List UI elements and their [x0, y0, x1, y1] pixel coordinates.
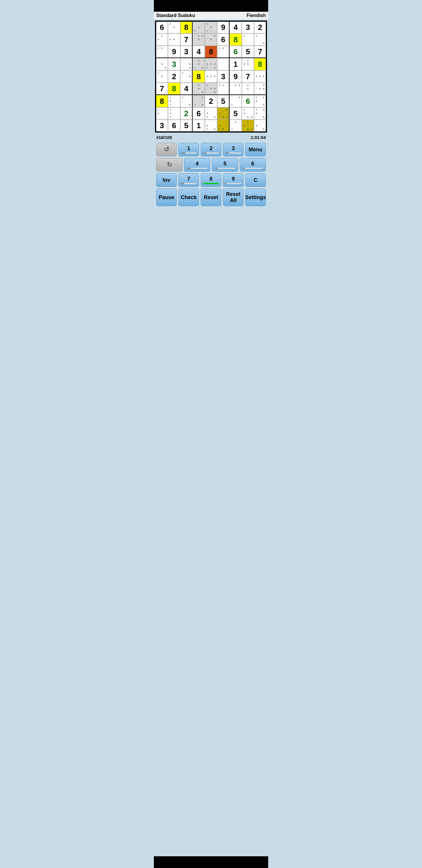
cell-3-7[interactable]: 245: [242, 58, 254, 70]
cell-1-1[interactable]: 45: [168, 33, 180, 46]
cell-5-3[interactable]: 259: [193, 83, 205, 95]
cell-7-2[interactable]: 2: [180, 107, 193, 120]
cell-6-8[interactable]: 1349: [254, 95, 266, 107]
num-1-button[interactable]: 1: [178, 143, 199, 156]
cell-5-6[interactable]: 23: [229, 83, 242, 95]
cell-2-8[interactable]: 7: [254, 46, 266, 58]
cell-7-3[interactable]: 6: [193, 107, 205, 120]
cell-4-2[interactable]: 16: [180, 70, 193, 83]
num-4-button[interactable]: 4: [184, 158, 210, 172]
num-9-button[interactable]: 9: [223, 173, 244, 187]
cell-8-7[interactable]: 2489: [242, 120, 254, 132]
cell-8-2[interactable]: 5: [180, 120, 193, 132]
cell-1-0[interactable]: 24: [156, 33, 168, 46]
cell-0-1[interactable]: 15: [168, 21, 180, 33]
cell-6-7[interactable]: 6: [242, 95, 254, 107]
cell-5-5[interactable]: 12: [217, 83, 229, 95]
cell-7-8[interactable]: 1349: [254, 107, 266, 120]
cell-0-0[interactable]: 6: [156, 21, 168, 33]
cell-3-3[interactable]: 2579: [193, 58, 205, 70]
cell-4-4[interactable]: 456: [205, 70, 217, 83]
cell-2-6[interactable]: 6: [229, 46, 242, 58]
cell-7-5[interactable]: 34789: [217, 107, 229, 120]
cell-1-4[interactable]: 35: [205, 33, 217, 46]
cell-8-4[interactable]: 479: [205, 120, 217, 132]
cell-5-1[interactable]: 8: [168, 83, 180, 95]
cell-5-2[interactable]: 4: [180, 83, 193, 95]
inv-button[interactable]: Inv: [156, 173, 177, 187]
cell-1-7[interactable]: 1: [242, 33, 254, 46]
cell-4-3[interactable]: 8: [193, 70, 205, 83]
cell-8-0[interactable]: 3: [156, 120, 168, 132]
cell-1-5[interactable]: 6: [217, 33, 229, 46]
cell-5-7[interactable]: 25: [242, 83, 254, 95]
clear-button[interactable]: C: [245, 173, 266, 187]
cell-8-6[interactable]: 27: [229, 120, 242, 132]
cell-4-6[interactable]: 9: [229, 70, 242, 83]
cell-3-4[interactable]: 45679: [205, 58, 217, 70]
cell-0-6[interactable]: 4: [229, 21, 242, 33]
cell-0-3[interactable]: 57: [193, 21, 205, 33]
cell-4-8[interactable]: 456: [254, 70, 266, 83]
cell-6-4[interactable]: 2: [205, 95, 217, 107]
cell-0-8[interactable]: 2: [254, 21, 266, 33]
redo-button[interactable]: ↻: [156, 158, 182, 172]
pause-button[interactable]: Pause: [156, 189, 177, 206]
cell-8-1[interactable]: 6: [168, 120, 180, 132]
cell-5-8[interactable]: 356: [254, 83, 266, 95]
cell-7-0[interactable]: 14: [156, 107, 168, 120]
cell-0-4[interactable]: 157: [205, 21, 217, 33]
cell-8-8[interactable]: 49: [254, 120, 266, 132]
cell-3-6[interactable]: 1: [229, 58, 242, 70]
cell-8-3[interactable]: 1: [193, 120, 205, 132]
cell-7-4[interactable]: 479: [205, 107, 217, 120]
cell-8-5[interactable]: 478: [217, 120, 229, 132]
cell-6-1[interactable]: 147: [168, 95, 180, 107]
num-6-button[interactable]: 6: [240, 158, 266, 172]
cell-3-1[interactable]: 3: [168, 58, 180, 70]
menu-button[interactable]: Menu: [245, 143, 266, 156]
reset-all-button[interactable]: Reset All: [223, 189, 244, 206]
cell-2-0[interactable]: 12: [156, 46, 168, 58]
cell-2-4[interactable]: 8: [205, 46, 217, 58]
cell-1-3[interactable]: 235: [193, 33, 205, 46]
cell-2-2[interactable]: 3: [180, 46, 193, 58]
cell-5-4[interactable]: 1569: [205, 83, 217, 95]
num-7-button[interactable]: 7: [178, 173, 199, 187]
settings-button[interactable]: Settings: [245, 189, 266, 206]
cell-4-7[interactable]: 7: [242, 70, 254, 83]
cell-2-1[interactable]: 9: [168, 46, 180, 58]
cell-2-3[interactable]: 4: [193, 46, 205, 58]
cell-1-2[interactable]: 7: [180, 33, 193, 46]
cell-1-6[interactable]: 8: [229, 33, 242, 46]
cell-6-0[interactable]: 8: [156, 95, 168, 107]
cell-3-2[interactable]: 69: [180, 58, 193, 70]
cell-0-7[interactable]: 3: [242, 21, 254, 33]
cell-4-1[interactable]: 2: [168, 70, 180, 83]
cell-6-6[interactable]: 37: [229, 95, 242, 107]
cell-4-0[interactable]: 15: [156, 70, 168, 83]
cell-2-7[interactable]: 5: [242, 46, 254, 58]
undo-button[interactable]: ↺: [156, 143, 177, 156]
cell-6-5[interactable]: 5: [217, 95, 229, 107]
cell-6-2[interactable]: 19: [180, 95, 193, 107]
cell-3-0[interactable]: 59: [156, 58, 168, 70]
num-5-button[interactable]: 5: [212, 158, 238, 172]
cell-2-5[interactable]: 12: [217, 46, 229, 58]
cell-7-7[interactable]: 1489: [242, 107, 254, 120]
cell-1-8[interactable]: 19: [254, 33, 266, 46]
cell-3-8[interactable]: 8: [254, 58, 266, 70]
cell-7-6[interactable]: 5: [229, 107, 242, 120]
check-button[interactable]: Check: [178, 189, 199, 206]
num-3-button[interactable]: 3: [223, 143, 244, 156]
cell-0-2[interactable]: 8: [180, 21, 193, 33]
cell-6-3[interactable]: 379: [193, 95, 205, 107]
num-2-button[interactable]: 2: [201, 143, 221, 156]
cell-7-1[interactable]: 147: [168, 107, 180, 120]
cell-3-5[interactable]: [217, 58, 229, 70]
cell-5-0[interactable]: 7: [156, 83, 168, 95]
num-8-button[interactable]: 8: [201, 173, 221, 187]
cell-0-5[interactable]: 9: [217, 21, 229, 33]
cell-4-5[interactable]: 3: [217, 70, 229, 83]
reset-button[interactable]: Reset: [201, 189, 221, 206]
